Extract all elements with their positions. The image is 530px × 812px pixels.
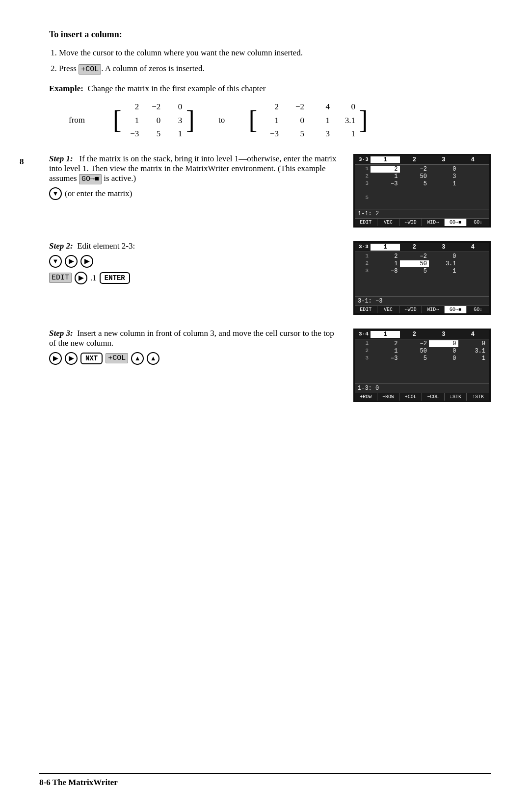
edit-key: EDIT	[49, 273, 72, 283]
calc-body-1: 1 2 −2 0 2 1 50 3 3 −3 5 1	[355, 165, 489, 209]
step2-text: Edit element 2-3:	[77, 241, 135, 251]
step1-left: Step 1: If the matrix is on the stack, b…	[49, 154, 339, 228]
step1-button-row: ▼ (or enter the matrix)	[49, 187, 339, 200]
step-item-2: Press +COL. A column of zeros is inserte…	[59, 62, 491, 76]
calc-menu-2: EDIT VEC ←WID WID→ GO→■ GO↓	[355, 305, 489, 313]
calculator-screen-2: 3·3 1 2 3 4 1 2 −2 0 2 1 50 3.1	[353, 241, 491, 315]
up-btn-3a[interactable]: ▲	[131, 352, 144, 365]
calc-body-2: 1 2 −2 0 2 1 50 3.1 3 −8 5 1	[355, 252, 489, 296]
step1-text-inline: If the matrix is on the stack, bring it …	[49, 154, 336, 183]
calc-body-3: 1 2 −2 0 0 2 1 50 0 3.1 3 −3 5 0	[355, 339, 489, 383]
matrix-to-content: 2 −2 4 0 1 0 1 3.1 −3 5 3 1	[257, 99, 359, 142]
calc-header-3: 3·4 1 2 3 4	[355, 330, 489, 339]
bracket-left-1: [	[113, 107, 121, 133]
calc-menu-1: EDIT VEC ←WID WID→ GO→■ GO↓	[355, 218, 489, 226]
calc-status-2: 3-1: −3	[355, 296, 489, 305]
section-title: To insert a column:	[49, 29, 491, 40]
bracket-right-1: ]	[186, 107, 194, 133]
up-btn-3b[interactable]: ▲	[147, 352, 159, 365]
down-btn-2[interactable]: ▼	[49, 255, 62, 268]
step1-block: Step 1: If the matrix is on the stack, b…	[49, 154, 491, 228]
right-btn-3b[interactable]: ▶	[65, 352, 78, 365]
right-btn-2c[interactable]: ▶	[75, 272, 87, 284]
step3-buttons: ▶ ▶ NXT +COL ▲ ▲	[49, 352, 339, 365]
step3-heading: Step 3: Insert a new column in front of …	[49, 329, 339, 348]
calculator-screen-1: 3·3 1 2 3 4 1 2 −2 0 2 1 50 3	[353, 154, 491, 228]
step1-heading: Step 1: If the matrix is on the stack, b…	[49, 154, 339, 183]
step1-screen: 3·3 1 2 3 4 1 2 −2 0 2 1 50 3	[353, 154, 491, 228]
enter-btn[interactable]: ENTER	[100, 272, 130, 284]
step2-left: Step 2: Edit element 2-3: ▼ ▶ ▶ EDIT ▶ .…	[49, 241, 339, 315]
step3-block: Step 3: Insert a new column in front of …	[49, 329, 491, 402]
calc-menu-3: +ROW −ROW +COL −COL ↓STK ↑STK	[355, 393, 489, 401]
bracket-right-2: ]	[359, 107, 368, 133]
right-btn-2b[interactable]: ▶	[80, 255, 93, 268]
calc-header-2: 3·3 1 2 3 4	[355, 243, 489, 252]
step3-screen: 3·4 1 2 3 4 1 2 −2 0 0 2 1 50 0	[353, 329, 491, 402]
step2-buttons-row2: EDIT ▶ .1 ENTER	[49, 272, 339, 284]
step2-screen: 3·3 1 2 3 4 1 2 −2 0 2 1 50 3.1	[353, 241, 491, 315]
col-key-2: +COL	[106, 353, 128, 363]
matrix-from-content: 2 −2 0 1 0 3 −3 5 1	[121, 99, 186, 142]
from-label: from	[69, 115, 93, 125]
calc-status-3: 1-3: 0	[355, 383, 489, 393]
step3-text: Insert a new column in front of column 3…	[49, 329, 334, 348]
right-btn-2a[interactable]: ▶	[65, 255, 78, 268]
matrix-from: [ 2 −2 0 1 0 3 −3 5 1 ]	[113, 99, 195, 142]
matrix-transform: from [ 2 −2 0 1 0 3 −3 5 1 ] to [ 2 −2 4…	[69, 99, 491, 142]
step2-buttons-row1: ▼ ▶ ▶	[49, 255, 339, 268]
bracket-left-2: [	[249, 107, 257, 133]
right-btn-3a[interactable]: ▶	[49, 352, 62, 365]
matrix-to: [ 2 −2 4 0 1 0 1 3.1 −3 5 3 1 ]	[249, 99, 368, 142]
dot1-label: .1	[90, 273, 97, 283]
step1-btn-label: (or enter the matrix)	[65, 189, 132, 199]
calc-status-1: 1-1: 2	[355, 209, 489, 218]
insert-steps-list: Move the cursor to the column where you …	[59, 47, 491, 75]
nxt-btn[interactable]: NXT	[80, 353, 103, 364]
to-label: to	[214, 115, 229, 125]
page-number-left: 8	[20, 157, 24, 167]
col-key: +COL	[79, 64, 101, 75]
down-arrow-btn-1[interactable]: ▼	[49, 187, 62, 200]
step2-heading: Step 2: Edit element 2-3:	[49, 241, 339, 251]
page-footer: 8-6 The MatrixWriter	[39, 773, 491, 787]
calc-header-1: 3·3 1 2 3 4	[355, 155, 489, 165]
step-item-1: Move the cursor to the column where you …	[59, 47, 491, 59]
example-label: Example: Change the matrix in the first …	[49, 84, 491, 94]
step3-left: Step 3: Insert a new column in front of …	[49, 329, 339, 402]
step2-block: Step 2: Edit element 2-3: ▼ ▶ ▶ EDIT ▶ .…	[49, 241, 491, 315]
calculator-screen-3: 3·4 1 2 3 4 1 2 −2 0 0 2 1 50 0	[353, 329, 491, 402]
